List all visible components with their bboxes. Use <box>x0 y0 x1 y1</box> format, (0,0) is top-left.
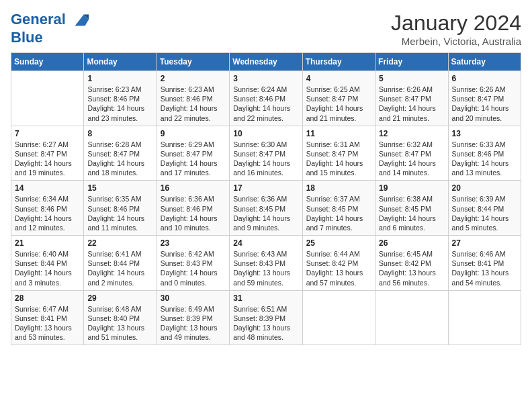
day-number: 12 <box>379 129 444 138</box>
calendar-cell-w1d3: 10Sunrise: 6:30 AM Sunset: 8:47 PM Dayli… <box>230 126 302 181</box>
day-number: 3 <box>233 74 298 83</box>
weekday-header-thursday: Thursday <box>302 53 375 71</box>
day-number: 22 <box>87 238 152 248</box>
day-number: 30 <box>161 293 226 303</box>
day-info: Sunrise: 6:44 AM Sunset: 8:42 PM Dayligh… <box>306 249 371 287</box>
calendar-table: SundayMondayTuesdayWednesdayThursdayFrid… <box>11 52 521 345</box>
day-info: Sunrise: 6:26 AM Sunset: 8:47 PM Dayligh… <box>379 85 444 123</box>
day-info: Sunrise: 6:34 AM Sunset: 8:46 PM Dayligh… <box>15 194 80 232</box>
calendar-cell-w3d4: 25Sunrise: 6:44 AM Sunset: 8:42 PM Dayli… <box>302 236 375 291</box>
calendar-cell-w2d2: 16Sunrise: 6:36 AM Sunset: 8:46 PM Dayli… <box>157 181 229 236</box>
weekday-header-tuesday: Tuesday <box>157 53 229 71</box>
day-info: Sunrise: 6:31 AM Sunset: 8:47 PM Dayligh… <box>306 140 371 178</box>
calendar-cell-w0d4: 4Sunrise: 6:25 AM Sunset: 8:47 PM Daylig… <box>302 71 375 126</box>
day-info: Sunrise: 6:46 AM Sunset: 8:41 PM Dayligh… <box>452 249 517 287</box>
day-info: Sunrise: 6:37 AM Sunset: 8:45 PM Dayligh… <box>306 194 371 232</box>
day-number: 28 <box>15 293 80 303</box>
day-number: 10 <box>233 129 298 138</box>
day-number: 14 <box>15 183 80 193</box>
day-number: 13 <box>452 129 517 138</box>
day-number: 6 <box>452 74 517 83</box>
day-number: 1 <box>87 74 152 83</box>
day-info: Sunrise: 6:43 AM Sunset: 8:43 PM Dayligh… <box>233 249 298 287</box>
location-subtitle: Merbein, Victoria, Australia <box>391 36 521 47</box>
day-number: 2 <box>161 74 226 83</box>
calendar-cell-w2d1: 15Sunrise: 6:35 AM Sunset: 8:46 PM Dayli… <box>84 181 157 236</box>
calendar-cell-w4d3: 31Sunrise: 6:51 AM Sunset: 8:39 PM Dayli… <box>230 290 302 345</box>
day-number: 5 <box>379 74 444 83</box>
calendar-cell-w0d3: 3Sunrise: 6:24 AM Sunset: 8:46 PM Daylig… <box>230 71 302 126</box>
day-info: Sunrise: 6:45 AM Sunset: 8:42 PM Dayligh… <box>379 249 444 287</box>
day-number: 17 <box>233 183 298 193</box>
day-info: Sunrise: 6:41 AM Sunset: 8:44 PM Dayligh… <box>87 249 152 287</box>
logo-line2: Blue <box>11 30 90 46</box>
calendar-cell-w1d2: 9Sunrise: 6:29 AM Sunset: 8:47 PM Daylig… <box>157 126 229 181</box>
calendar-cell-w4d4 <box>302 290 375 345</box>
day-number: 29 <box>87 293 152 303</box>
calendar-cell-w2d3: 17Sunrise: 6:36 AM Sunset: 8:45 PM Dayli… <box>230 181 302 236</box>
calendar-cell-w1d5: 12Sunrise: 6:32 AM Sunset: 8:47 PM Dayli… <box>375 126 448 181</box>
day-number: 7 <box>15 129 80 138</box>
day-info: Sunrise: 6:38 AM Sunset: 8:45 PM Dayligh… <box>379 194 444 232</box>
weekday-header-friday: Friday <box>375 53 448 71</box>
day-info: Sunrise: 6:23 AM Sunset: 8:46 PM Dayligh… <box>87 85 152 123</box>
calendar-cell-w2d5: 19Sunrise: 6:38 AM Sunset: 8:45 PM Dayli… <box>375 181 448 236</box>
day-number: 20 <box>452 183 517 193</box>
day-number: 9 <box>161 129 226 138</box>
weekday-header-saturday: Saturday <box>448 53 521 71</box>
day-info: Sunrise: 6:51 AM Sunset: 8:39 PM Dayligh… <box>233 304 298 342</box>
day-info: Sunrise: 6:29 AM Sunset: 8:47 PM Dayligh… <box>161 140 226 178</box>
title-block: January 2024 Merbein, Victoria, Australi… <box>391 11 521 47</box>
calendar-cell-w2d4: 18Sunrise: 6:37 AM Sunset: 8:45 PM Dayli… <box>302 181 375 236</box>
calendar-cell-w0d1: 1Sunrise: 6:23 AM Sunset: 8:46 PM Daylig… <box>84 71 157 126</box>
day-number: 15 <box>87 183 152 193</box>
calendar-cell-w2d6: 20Sunrise: 6:39 AM Sunset: 8:44 PM Dayli… <box>448 181 521 236</box>
day-info: Sunrise: 6:36 AM Sunset: 8:46 PM Dayligh… <box>161 194 226 232</box>
day-info: Sunrise: 6:36 AM Sunset: 8:45 PM Dayligh… <box>233 194 298 232</box>
calendar-cell-w0d5: 5Sunrise: 6:26 AM Sunset: 8:47 PM Daylig… <box>375 71 448 126</box>
day-info: Sunrise: 6:35 AM Sunset: 8:46 PM Dayligh… <box>87 194 152 232</box>
calendar-cell-w4d1: 29Sunrise: 6:48 AM Sunset: 8:40 PM Dayli… <box>84 290 157 345</box>
month-title: January 2024 <box>391 11 521 36</box>
weekday-header-sunday: Sunday <box>11 53 84 71</box>
calendar-cell-w3d3: 24Sunrise: 6:43 AM Sunset: 8:43 PM Dayli… <box>230 236 302 291</box>
calendar-cell-w0d2: 2Sunrise: 6:23 AM Sunset: 8:46 PM Daylig… <box>157 71 229 126</box>
logo-line1: General <box>11 11 66 28</box>
weekday-header-monday: Monday <box>84 53 157 71</box>
calendar-cell-w0d0 <box>11 71 84 126</box>
day-info: Sunrise: 6:23 AM Sunset: 8:46 PM Dayligh… <box>161 85 226 123</box>
calendar-cell-w1d6: 13Sunrise: 6:33 AM Sunset: 8:46 PM Dayli… <box>448 126 521 181</box>
page-header: General Blue January 2024 Merbein, Victo… <box>11 11 521 47</box>
day-info: Sunrise: 6:49 AM Sunset: 8:39 PM Dayligh… <box>161 304 226 342</box>
calendar-cell-w1d0: 7Sunrise: 6:27 AM Sunset: 8:47 PM Daylig… <box>11 126 84 181</box>
day-info: Sunrise: 6:33 AM Sunset: 8:46 PM Dayligh… <box>452 140 517 178</box>
day-number: 31 <box>233 293 298 303</box>
day-number: 19 <box>379 183 444 193</box>
day-number: 26 <box>379 238 444 248</box>
weekday-header-wednesday: Wednesday <box>230 53 302 71</box>
day-info: Sunrise: 6:26 AM Sunset: 8:47 PM Dayligh… <box>452 85 517 123</box>
day-info: Sunrise: 6:24 AM Sunset: 8:46 PM Dayligh… <box>233 85 298 123</box>
calendar-cell-w3d0: 21Sunrise: 6:40 AM Sunset: 8:44 PM Dayli… <box>11 236 84 291</box>
calendar-cell-w0d6: 6Sunrise: 6:26 AM Sunset: 8:47 PM Daylig… <box>448 71 521 126</box>
day-info: Sunrise: 6:40 AM Sunset: 8:44 PM Dayligh… <box>15 249 80 287</box>
calendar-cell-w1d1: 8Sunrise: 6:28 AM Sunset: 8:47 PM Daylig… <box>84 126 157 181</box>
calendar-cell-w2d0: 14Sunrise: 6:34 AM Sunset: 8:46 PM Dayli… <box>11 181 84 236</box>
day-number: 8 <box>87 129 152 138</box>
day-info: Sunrise: 6:48 AM Sunset: 8:40 PM Dayligh… <box>87 304 152 342</box>
day-number: 16 <box>161 183 226 193</box>
calendar-cell-w3d2: 23Sunrise: 6:42 AM Sunset: 8:43 PM Dayli… <box>157 236 229 291</box>
logo-text: General <box>11 11 90 30</box>
calendar-cell-w4d2: 30Sunrise: 6:49 AM Sunset: 8:39 PM Dayli… <box>157 290 229 345</box>
day-number: 11 <box>306 129 371 138</box>
day-info: Sunrise: 6:27 AM Sunset: 8:47 PM Dayligh… <box>15 140 80 178</box>
day-number: 23 <box>161 238 226 248</box>
day-number: 27 <box>452 238 517 248</box>
calendar-cell-w3d5: 26Sunrise: 6:45 AM Sunset: 8:42 PM Dayli… <box>375 236 448 291</box>
day-number: 4 <box>306 74 371 83</box>
calendar-cell-w4d5 <box>375 290 448 345</box>
day-number: 24 <box>233 238 298 248</box>
day-info: Sunrise: 6:28 AM Sunset: 8:47 PM Dayligh… <box>87 140 152 178</box>
day-number: 18 <box>306 183 371 193</box>
day-info: Sunrise: 6:32 AM Sunset: 8:47 PM Dayligh… <box>379 140 444 178</box>
